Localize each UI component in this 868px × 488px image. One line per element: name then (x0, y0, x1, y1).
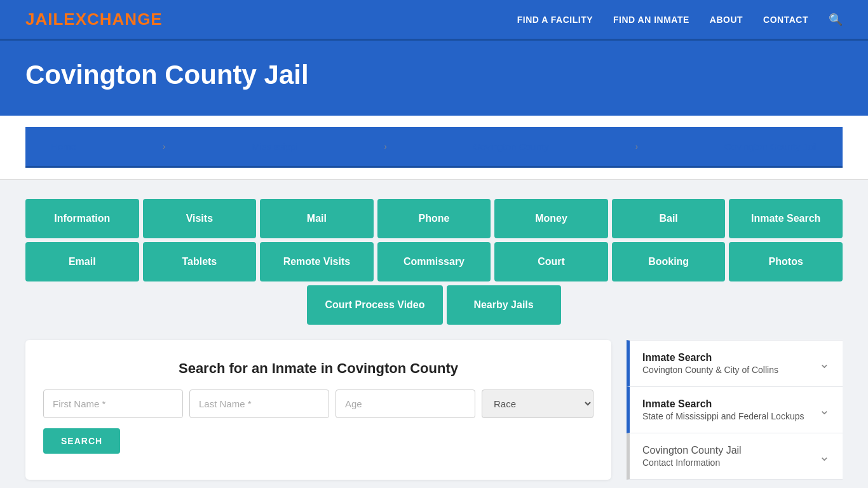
main-content: Information Visits Mail Phone Money Bail… (0, 180, 868, 488)
search-card: Search for an Inmate in Covington County… (25, 340, 611, 480)
btn-commissary[interactable]: Commissary (377, 242, 491, 281)
btn-bail[interactable]: Bail (612, 199, 726, 238)
navbar: JAILEXCHANGE FIND A FACILITY FIND AN INM… (0, 0, 868, 41)
breadcrumb-home[interactable]: Home (51, 141, 76, 152)
chevron-down-icon-2: ⌄ (819, 402, 830, 417)
search-button[interactable]: SEARCH (43, 428, 120, 454)
sidebar-card-2-subtitle: State of Mississippi and Federal Lockups (642, 411, 804, 421)
sidebar-card-1-subtitle: Covington County & City of Collins (642, 365, 778, 375)
btn-booking[interactable]: Booking (612, 242, 726, 281)
nav-contact[interactable]: CONTACT (763, 15, 808, 25)
lower-section: Search for an Inmate in Covington County… (25, 340, 843, 488)
chevron-down-icon-3: ⌄ (819, 449, 830, 464)
search-fields: Race (43, 390, 593, 418)
sidebar-card-3-title: Covington County Jail (642, 445, 742, 456)
page-title: Covington County Jail (25, 60, 843, 90)
breadcrumb-covington-county[interactable]: Covington County (473, 141, 549, 152)
button-row-2: Email Tablets Remote Visits Commissary C… (25, 242, 843, 281)
btn-nearby-jails[interactable]: Nearby Jails (447, 285, 561, 325)
race-select[interactable]: Race (482, 390, 593, 418)
button-row-1: Information Visits Mail Phone Money Bail… (25, 199, 843, 238)
btn-phone[interactable]: Phone (377, 199, 491, 238)
nav-about[interactable]: ABOUT (710, 15, 743, 25)
btn-email[interactable]: Email (25, 242, 139, 281)
logo[interactable]: JAILEXCHANGE (25, 10, 163, 29)
age-input[interactable] (336, 390, 475, 418)
breadcrumb: Home › Mississippi › Covington County › … (25, 127, 843, 168)
breadcrumb-bar: Home › Mississippi › Covington County › … (0, 116, 868, 180)
btn-court-process-video[interactable]: Court Process Video (307, 285, 442, 325)
btn-information[interactable]: Information (25, 199, 139, 238)
btn-money[interactable]: Money (494, 199, 608, 238)
breadcrumb-sep-1: › (163, 142, 165, 151)
btn-inmate-search[interactable]: Inmate Search (729, 199, 843, 238)
nav-links: FIND A FACILITY FIND AN INMATE ABOUT CON… (517, 13, 843, 27)
sidebar-card-inmate-search-local[interactable]: Inmate Search Covington County & City of… (627, 340, 843, 387)
chevron-down-icon-1: ⌄ (819, 356, 830, 371)
btn-visits[interactable]: Visits (143, 199, 257, 238)
sidebar-card-text-2: Inmate Search State of Mississippi and F… (642, 398, 804, 421)
breadcrumb-covington-county-jail[interactable]: Covington County Jail (724, 141, 817, 152)
sidebar-card-2-title: Inmate Search (642, 398, 804, 410)
sidebar: Inmate Search Covington County & City of… (627, 340, 843, 480)
nav-find-facility[interactable]: FIND A FACILITY (517, 15, 593, 25)
first-name-input[interactable] (43, 390, 183, 418)
search-icon[interactable]: 🔍 (829, 13, 843, 27)
btn-court[interactable]: Court (494, 242, 608, 281)
breadcrumb-sep-2: › (384, 142, 387, 151)
left-column: Search for an Inmate in Covington County… (25, 340, 611, 488)
btn-remote-visits[interactable]: Remote Visits (260, 242, 374, 281)
hero-section: Covington County Jail (0, 41, 868, 116)
btn-photos[interactable]: Photos (729, 242, 843, 281)
sidebar-card-3-subtitle: Contact Information (642, 458, 742, 468)
breadcrumb-mississippi[interactable]: Mississippi (252, 141, 298, 152)
breadcrumb-sep-3: › (635, 142, 638, 151)
search-title: Search for an Inmate in Covington County (43, 360, 593, 377)
btn-tablets[interactable]: Tablets (143, 242, 257, 281)
logo-exchange: EXCHANGE (64, 10, 162, 29)
sidebar-card-text-1: Inmate Search Covington County & City of… (642, 352, 778, 375)
btn-mail[interactable]: Mail (260, 199, 374, 238)
sidebar-card-inmate-search-state[interactable]: Inmate Search State of Mississippi and F… (627, 387, 843, 433)
sidebar-card-text-3: Covington County Jail Contact Informatio… (642, 445, 742, 468)
last-name-input[interactable] (189, 390, 329, 418)
sidebar-card-1-title: Inmate Search (642, 352, 778, 363)
sidebar-card-contact-info[interactable]: Covington County Jail Contact Informatio… (627, 433, 843, 480)
button-row-3: Court Process Video Nearby Jails (25, 285, 843, 325)
logo-jail: JAIL (25, 10, 64, 29)
nav-find-inmate[interactable]: FIND AN INMATE (613, 15, 689, 25)
